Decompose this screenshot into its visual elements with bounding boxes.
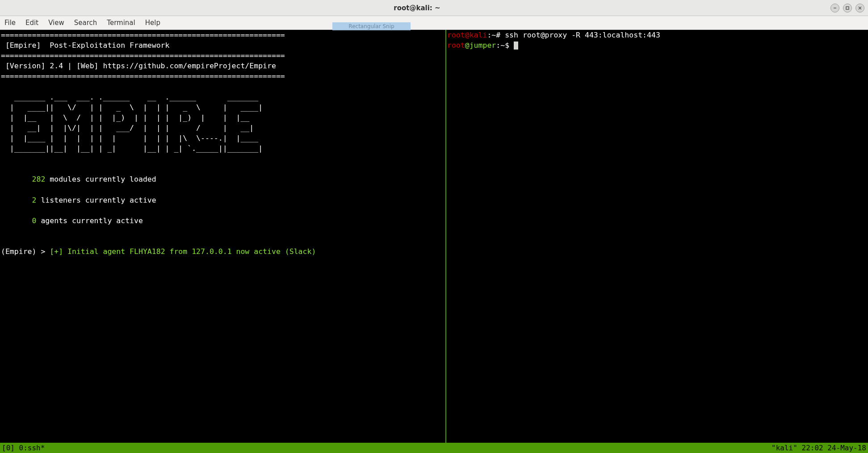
ssh-command: ssh root@proxy -R 443:localhost:443: [505, 31, 660, 39]
menu-view[interactable]: View: [48, 19, 64, 27]
ascii-art: | __| | |\/| | | ___/ | | | / | __|: [1, 124, 254, 132]
menubar: File Edit View Search Terminal Help: [0, 16, 868, 30]
ascii-art: | |__ | \ / | | |_) | | | | |_) | | |__: [1, 113, 249, 122]
terminal-pane-right[interactable]: root@kali:~# ssh root@proxy -R 443:local…: [446, 30, 868, 443]
cursor-icon: [514, 42, 518, 50]
ascii-art: | |____ | | | | | | | | | |\ \----.| |__…: [1, 134, 258, 142]
agents-text: agents currently active: [36, 216, 143, 225]
border: ========================================…: [1, 31, 285, 39]
terminal-container: ========================================…: [0, 30, 868, 443]
minimize-button[interactable]: [830, 4, 839, 12]
maximize-button[interactable]: [843, 4, 852, 12]
menu-edit[interactable]: Edit: [25, 19, 38, 27]
ascii-art: |_______||__| |__| | _| |__| | _| `.____…: [1, 144, 263, 153]
prompt-host: @jumper: [465, 41, 496, 50]
menu-search[interactable]: Search: [74, 19, 97, 27]
agent-active-message: [+] Initial agent FLHYA182 from 127.0.0.…: [50, 247, 316, 256]
window-title: root@kali: ~: [4, 4, 830, 12]
close-button[interactable]: [855, 4, 864, 12]
header-version: [Version] 2.4 | [Web] https://github.com…: [1, 62, 276, 70]
listeners-count: 2: [1, 196, 36, 204]
svg-rect-1: [846, 7, 849, 9]
prompt-user: root: [447, 41, 465, 50]
prompt-path: :~#: [487, 31, 505, 39]
menu-help[interactable]: Help: [145, 19, 160, 27]
prompt-user: root@kali: [447, 31, 487, 39]
header-empire: [Empire] Post-Exploitation Framework: [1, 41, 170, 50]
menu-terminal[interactable]: Terminal: [107, 19, 135, 27]
ascii-art: _______ .___ ___. .______ __ .______ ___…: [1, 93, 258, 101]
statusbar-left: [0] 0:ssh*: [2, 444, 45, 452]
window-controls: [830, 4, 864, 12]
window-titlebar: root@kali: ~: [0, 0, 868, 16]
menu-file[interactable]: File: [4, 19, 16, 27]
border: ========================================…: [1, 72, 285, 80]
statusbar-right: "kali" 22:02 24-May-18: [772, 444, 866, 452]
prompt-rest: :~$: [496, 41, 514, 50]
border: ========================================…: [1, 51, 285, 60]
agents-count: 0: [1, 216, 36, 225]
listeners-text: listeners currently active: [36, 196, 156, 204]
tmux-statusbar: [0] 0:ssh* "kali" 22:02 24-May-18: [0, 443, 868, 453]
terminal-pane-left[interactable]: ========================================…: [0, 30, 446, 443]
modules-count: 282: [1, 175, 45, 183]
modules-text: modules currently loaded: [45, 175, 156, 183]
ascii-art: | ____|| \/ | | _ \ | | | _ \ | ____|: [1, 103, 263, 112]
rectangular-snip-hint: Rectangular Snip: [332, 22, 411, 30]
empire-prompt: (Empire) >: [1, 247, 50, 256]
